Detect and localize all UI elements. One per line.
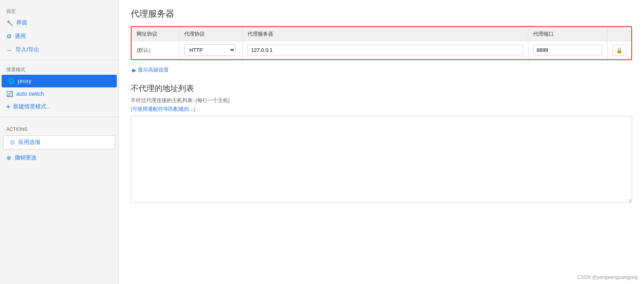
cell-proxy-server <box>243 41 528 59</box>
sidebar-item-general[interactable]: 通用 <box>0 30 118 43</box>
sidebar-item-import-export-label: 导入/导出 <box>15 46 39 53</box>
sidebar-item-auto-switch-label: auto switch <box>16 91 44 97</box>
wildcard-link[interactable]: (可使用通配符等匹配规则...) <box>131 106 632 113</box>
proxy-port-input[interactable] <box>533 45 602 55</box>
sidebar-item-new-scene[interactable]: 新建情景模式... <box>0 100 118 114</box>
apply-options-button[interactable]: 应用选项 <box>3 135 115 150</box>
apply-options-label: 应用选项 <box>18 139 40 146</box>
cell-proxy-protocol: HTTP HTTPS SOCKS4 SOCKS5 <box>179 41 243 59</box>
cell-proxy-port <box>528 41 608 59</box>
proxy-protocol-select[interactable]: HTTP HTTPS SOCKS4 SOCKS5 <box>184 44 236 56</box>
sidebar-item-general-label: 通用 <box>15 33 26 40</box>
globe-icon <box>8 78 15 84</box>
wrench-icon <box>6 20 13 26</box>
proxy-server-title: 代理服务器 <box>131 8 632 20</box>
header-proxy-port: 代理端口 <box>528 27 608 41</box>
table-row: (默认) HTTP HTTPS SOCKS4 SOCKS5 <box>132 41 631 59</box>
sidebar-item-proxy[interactable]: proxy <box>2 75 117 87</box>
lock-button[interactable]: 🔒 <box>612 45 626 56</box>
undo-changes-label: 撤销更改 <box>15 154 37 161</box>
sidebar-item-new-scene-label: 新建情景模式... <box>13 103 51 110</box>
undo-icon <box>6 154 11 161</box>
scene-mode-label: 情景模式 <box>0 63 118 75</box>
proxy-table-wrapper: 网址协议 代理协议 代理服务器 代理端口 (默认) HTTP HTTPS SOC… <box>131 26 632 60</box>
no-proxy-textarea[interactable] <box>131 116 632 203</box>
gear-icon <box>6 33 11 40</box>
import-export-icon <box>6 47 12 53</box>
proxy-table-header-row: 网址协议 代理协议 代理服务器 代理端口 <box>132 27 631 41</box>
header-proxy-server: 代理服务器 <box>243 27 528 41</box>
header-lock <box>608 27 631 41</box>
header-proxy-protocol: 代理协议 <box>179 27 243 41</box>
advanced-settings-link[interactable]: ▶ 显示高级设置 <box>132 66 169 74</box>
sidebar-divider-1 <box>0 60 118 60</box>
plus-icon <box>6 103 10 110</box>
apply-icon <box>10 139 15 146</box>
no-proxy-description: 不经过代理连接的主机列表: (每行一个主机) <box>131 97 632 104</box>
switch-icon <box>6 91 13 97</box>
actions-section-label: ACTIONS <box>0 123 118 134</box>
sidebar-divider-2 <box>0 117 118 117</box>
sidebar-item-interface-label: 界面 <box>16 19 27 27</box>
proxy-table: 网址协议 代理协议 代理服务器 代理端口 (默认) HTTP HTTPS SOC… <box>131 27 631 59</box>
settings-section-label: 设定 <box>0 5 118 16</box>
sidebar-item-proxy-label: proxy <box>18 78 31 84</box>
no-proxy-title: 不代理的地址列表 <box>131 83 632 94</box>
footer-credit: CSDN @yangwenguangywg <box>577 275 638 280</box>
main-content: 代理服务器 网址协议 代理协议 代理服务器 代理端口 (默认) HTTP <box>119 0 644 284</box>
sidebar-item-auto-switch[interactable]: auto switch <box>0 87 118 100</box>
header-protocol: 网址协议 <box>132 27 179 41</box>
chevron-right-icon: ▶ <box>132 67 136 73</box>
advanced-settings-label: 显示高级设置 <box>138 66 169 74</box>
sidebar-item-import-export[interactable]: 导入/导出 <box>0 43 118 57</box>
sidebar: 设定 界面 通用 导入/导出 情景模式 proxy auto switch 新建… <box>0 0 119 284</box>
sidebar-item-interface[interactable]: 界面 <box>0 16 118 30</box>
proxy-server-input[interactable] <box>248 45 523 55</box>
undo-changes-link[interactable]: 撤销更改 <box>0 151 118 165</box>
cell-lock: 🔒 <box>608 41 631 59</box>
cell-protocol: (默认) <box>132 41 179 59</box>
